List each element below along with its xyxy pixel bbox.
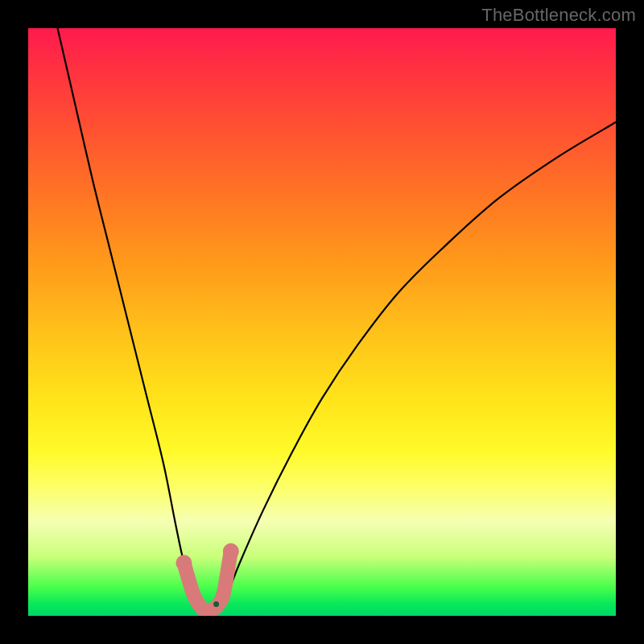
min-dot [213,601,219,607]
marker-dot [223,543,239,559]
chart-svg [28,28,616,616]
plot-area [28,28,616,616]
u-shape-markers [175,543,238,611]
watermark: TheBottleneck.com [481,5,636,26]
marker-dot [175,555,192,571]
bottleneck-curve [58,28,617,610]
